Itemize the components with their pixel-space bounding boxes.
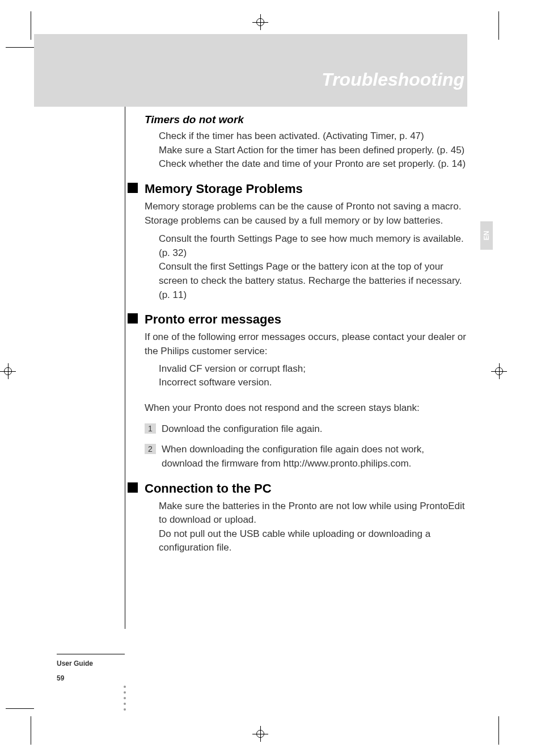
memory-line2: Consult the first Settings Page or the b… [159,260,468,302]
errors-heading-text: Pronto error messages [145,312,281,326]
registration-mark [491,363,507,379]
step-number-2: 2 [145,444,156,454]
timers-line2: Make sure a Start Action for the timer h… [159,144,468,158]
crop-mark [6,708,34,709]
connection-heading-text: Connection to the PC [145,481,272,495]
content-area: Timers do not work Check if the timer ha… [128,107,468,555]
language-label: EN [483,231,491,241]
step-1: 1 Download the configuration file again. [145,422,468,436]
errors-line1: Invalid CF version or corrupt flash; [159,362,468,376]
crop-mark [6,47,34,48]
footer-page-number: 59 [57,674,125,682]
crop-mark [498,716,499,745]
step-2: 2 When downloading the configuration fil… [145,443,468,471]
step-1-text: Download the configuration file again. [162,422,323,436]
section-marker-icon [128,313,138,324]
connection-heading: Connection to the PC [145,481,468,496]
timers-line1: Check if the timer has been activated. (… [159,129,468,144]
step-number-1: 1 [145,423,156,434]
registration-mark [0,363,16,379]
registration-mark [252,14,268,30]
crop-mark [31,716,31,745]
registration-mark [252,726,268,742]
errors-blank-intro: When your Pronto does not respond and th… [145,401,468,415]
crop-mark [31,11,31,40]
footer-label: User Guide [57,660,125,667]
footer-area: User Guide 59 [57,660,125,682]
section-marker-icon [128,183,138,193]
footer-rule [57,654,125,654]
connection-line2: Do not pull out the USB cable while uplo… [159,527,468,555]
memory-line1: Consult the fourth Settings Page to see … [159,232,468,260]
errors-line2: Incorrect software version. [159,376,468,390]
memory-heading: Memory Storage Problems [145,182,468,196]
footer-dots [124,686,126,711]
timers-heading: Timers do not work [145,114,468,126]
memory-heading-text: Memory Storage Problems [145,182,303,196]
errors-heading: Pronto error messages [145,312,468,327]
section-marker-icon [128,482,138,493]
language-tab: EN [480,221,493,250]
errors-intro: If one of the following error messages o… [145,330,468,358]
content-divider [125,107,125,629]
connection-line1: Make sure the batteries in the Pronto ar… [159,499,468,527]
memory-intro: Memory storage problems can be the cause… [145,200,468,228]
page-title: Troubleshooting [322,69,464,90]
timers-line3: Check whether the date and time of your … [159,157,468,171]
step-2-text: When downloading the configuration file … [162,443,468,471]
crop-mark [498,11,499,40]
